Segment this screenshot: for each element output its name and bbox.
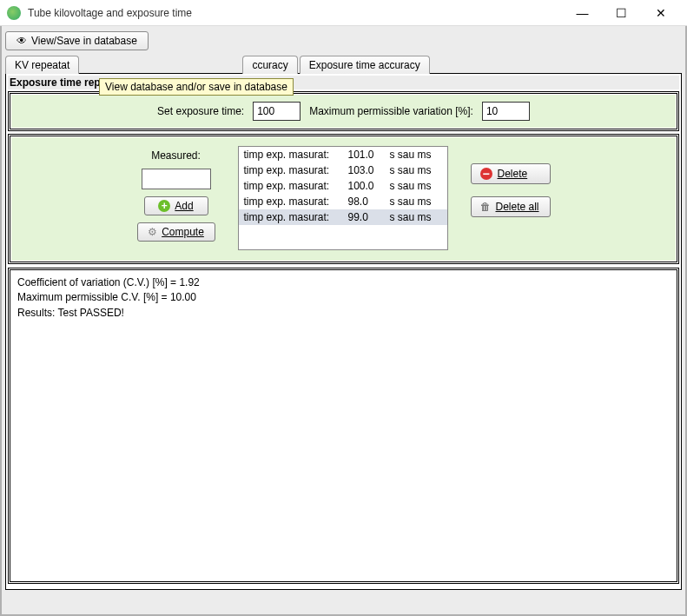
delete-button[interactable]: − Delete	[471, 163, 551, 184]
close-button[interactable]: ✕	[641, 1, 680, 25]
minimize-button[interactable]: —	[563, 1, 602, 25]
list-item[interactable]: timp exp. masurat: 98.0 s sau ms	[239, 194, 447, 209]
measure-body: Measured: + Add Compute timp exp. masura…	[11, 137, 676, 261]
window-title: Tube kilovoltage and exposure time	[28, 7, 563, 19]
delete-all-button[interactable]: Delete all	[471, 196, 551, 217]
tab-accuracy-partial[interactable]: ccuracy	[242, 56, 297, 74]
view-save-label: View/Save in database	[31, 35, 137, 47]
tab-exposure-time-accuracy[interactable]: Exposure time accuracy	[300, 56, 430, 74]
app-icon	[7, 6, 21, 20]
result-line-maxcv: Maximum permissible C.V. [%] = 10.00	[17, 290, 670, 305]
result-line-cv: Coefficient of variation (C.V.) [%] = 1.…	[17, 275, 670, 290]
view-save-database-button[interactable]: View/Save in database	[5, 31, 149, 50]
titlebar: Tube kilovoltage and exposure time — ☐ ✕	[0, 0, 687, 26]
delete-all-label: Delete all	[496, 201, 539, 213]
set-exposure-label: Set exposure time:	[157, 105, 244, 117]
list-item[interactable]: timp exp. masurat: 103.0 s sau ms	[239, 162, 447, 178]
params-box: Set exposure time: Maximum permissible v…	[8, 91, 679, 131]
measured-label: Measured:	[151, 149, 201, 162]
max-variation-input[interactable]	[482, 102, 530, 121]
list-item[interactable]: timp exp. masurat: 101.0 s sau ms	[239, 147, 447, 162]
set-exposure-input[interactable]	[253, 102, 301, 121]
params-row: Set exposure time: Maximum permissible v…	[11, 95, 676, 128]
main-panel: Exposure time repeteability: Set exposur…	[5, 73, 682, 590]
tab-kv-repeatability[interactable]: KV repeatat	[5, 56, 79, 74]
tab-strip: KV repeatat ccuracy Exposure time accura…	[5, 56, 682, 74]
delete-label: Delete	[498, 168, 528, 180]
add-label: Add	[175, 200, 193, 212]
trash-icon	[480, 201, 491, 213]
result-line-pass: Results: Test PASSED!	[17, 306, 670, 321]
measured-column: Measured: + Add Compute	[137, 146, 215, 242]
right-button-column: − Delete Delete all	[471, 146, 551, 217]
compute-button[interactable]: Compute	[137, 222, 215, 242]
plus-icon: +	[158, 200, 170, 212]
add-button[interactable]: + Add	[144, 196, 208, 215]
list-item[interactable]: timp exp. masurat: 99.0 s sau ms	[239, 209, 447, 225]
tooltip: View database and/or save in database	[99, 78, 294, 96]
maximize-button[interactable]: ☐	[602, 1, 641, 25]
minus-icon: −	[480, 168, 492, 180]
list-item[interactable]: timp exp. masurat: 100.0 s sau ms	[239, 178, 447, 194]
max-variation-label: Maximum permissible variation [%]:	[309, 105, 473, 117]
measured-input[interactable]	[142, 169, 211, 189]
content-outer: View/Save in database View database and/…	[0, 26, 687, 616]
compute-label: Compute	[162, 226, 204, 238]
measurements-list[interactable]: timp exp. masurat: 101.0 s sau ms timp e…	[238, 146, 448, 250]
gear-icon	[148, 226, 157, 238]
results-box: Coefficient of variation (C.V.) [%] = 1.…	[8, 268, 679, 584]
eye-icon	[17, 35, 27, 47]
measure-box: Measured: + Add Compute timp exp. masura…	[8, 134, 679, 264]
